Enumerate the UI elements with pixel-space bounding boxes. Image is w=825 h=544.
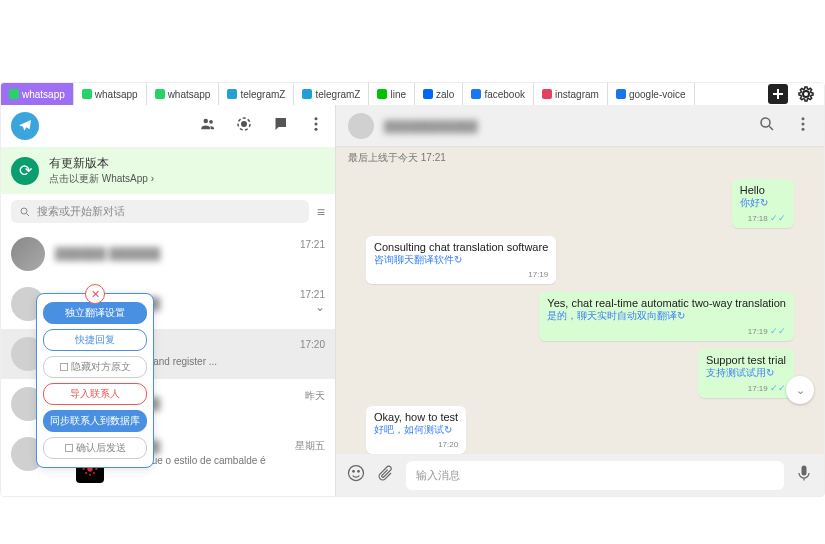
update-banner[interactable]: ⟳ 有更新版本 点击以更新 WhatsApp › (1, 147, 335, 194)
svg-point-16 (358, 471, 360, 473)
message-out[interactable]: Hello你好↻17:18 ✓✓ (732, 179, 794, 228)
message-time: 17:18 ✓✓ (748, 213, 786, 223)
chat-time: 昨天 (305, 389, 325, 403)
tab-telegramZ[interactable]: telegramZ (294, 83, 369, 105)
message-out[interactable]: Yes, chat real-time automatic two-way tr… (539, 292, 794, 341)
new-chat-icon[interactable] (271, 115, 289, 137)
settings-gear-icon[interactable] (796, 84, 816, 104)
chat-name: ██████ ██████ (55, 247, 290, 261)
svg-point-1 (204, 119, 209, 124)
update-sub: 点击以更新 WhatsApp (49, 173, 148, 184)
message-time: 17:19 (528, 270, 548, 279)
filter-icon[interactable]: ≡ (317, 204, 325, 220)
mic-icon[interactable] (794, 463, 814, 487)
svg-point-13 (802, 127, 805, 130)
emoji-icon[interactable] (346, 463, 366, 487)
svg-point-14 (349, 466, 364, 481)
sidebar: ⟳ 有更新版本 点击以更新 WhatsApp › 搜索或开始新对话 ≡ ████… (1, 105, 336, 496)
read-tick-icon: ✓✓ (770, 326, 786, 336)
popup-hide-source[interactable]: 隐藏对方原文 (43, 356, 147, 378)
message-text: Support test trial (706, 354, 786, 366)
svg-point-10 (761, 118, 770, 127)
google-voice-icon (616, 89, 626, 99)
chat-time: 17:21 (300, 239, 325, 250)
read-tick-icon: ✓✓ (770, 383, 786, 393)
search-input[interactable]: 搜索或开始新对话 (11, 200, 309, 223)
svg-point-15 (353, 471, 355, 473)
tab-google-voice[interactable]: google-voice (608, 83, 695, 105)
svg-point-6 (315, 123, 318, 126)
popup-import-contacts[interactable]: 导入联系人 (43, 383, 147, 405)
chat-time: 17:21⌄ (300, 289, 325, 314)
tab-instagram[interactable]: instagram (534, 83, 608, 105)
popup-translate-settings[interactable]: 独立翻译设置 (43, 302, 147, 324)
message-list: Hello你好↻17:18 ✓✓Consulting chat translat… (336, 169, 824, 454)
message-input[interactable]: 输入消息 (406, 461, 784, 490)
conversation-panel: ████████████ 最后上线于今天 17:21 Hello你好↻17:18… (336, 105, 824, 496)
message-in[interactable]: Consulting chat translation software咨询聊天… (366, 236, 556, 284)
svg-point-8 (21, 208, 27, 214)
message-time: 17:19 ✓✓ (748, 383, 786, 393)
message-in[interactable]: Okay, how to test好吧，如何测试↻17:20 (366, 406, 466, 454)
chat-time: 星期五 (295, 439, 325, 453)
context-popup: ✕ 独立翻译设置 快捷回复 隐藏对方原文 导入联系人 同步联系人到数据库 确认后… (36, 293, 154, 468)
conversation-header: ████████████ (336, 105, 824, 147)
whatsapp-icon (9, 89, 19, 99)
svg-point-12 (802, 122, 805, 125)
menu-icon[interactable] (794, 115, 812, 137)
chat-row[interactable]: ██████ ██████17:21 (1, 229, 335, 279)
message-text: Consulting chat translation software (374, 241, 548, 253)
menu-icon[interactable] (307, 115, 325, 137)
message-time: 17:19 ✓✓ (748, 326, 786, 336)
telegramZ-icon (227, 89, 237, 99)
avatar (11, 237, 45, 271)
message-translation: 你好↻ (740, 196, 786, 210)
message-translation: 咨询聊天翻译软件↻ (374, 253, 548, 267)
popup-quick-reply[interactable]: 快捷回复 (43, 329, 147, 351)
popup-sync-db[interactable]: 同步联系人到数据库 (43, 410, 147, 432)
refresh-icon: ⟳ (11, 157, 39, 185)
scroll-down-button[interactable]: ⌄ (786, 376, 814, 404)
groups-icon[interactable] (199, 115, 217, 137)
tab-bar: whatsappwhatsappwhatsapptelegramZtelegra… (1, 83, 824, 105)
zalo-icon (423, 89, 433, 99)
update-title: 有更新版本 (49, 155, 154, 172)
tab-facebook[interactable]: facebook (463, 83, 534, 105)
svg-point-7 (315, 128, 318, 131)
message-text: Hello (740, 184, 786, 196)
chat-time: 17:20 (300, 339, 325, 350)
contact-name-blurred: ████████████ (384, 120, 478, 132)
facebook-icon (471, 89, 481, 99)
search-icon[interactable] (758, 115, 776, 137)
message-translation: 是的，聊天实时自动双向翻译↻ (547, 309, 786, 323)
svg-rect-17 (802, 466, 807, 476)
avatar[interactable] (348, 113, 374, 139)
last-seen: 最后上线于今天 17:21 (336, 147, 824, 169)
tab-whatsapp[interactable]: whatsapp (1, 83, 74, 105)
read-tick-icon: ✓✓ (770, 213, 786, 223)
search-icon (19, 206, 31, 218)
tab-whatsapp[interactable]: whatsapp (147, 83, 220, 105)
tab-telegramZ[interactable]: telegramZ (219, 83, 294, 105)
attach-icon[interactable] (376, 463, 396, 487)
tab-line[interactable]: line (369, 83, 415, 105)
message-text: Yes, chat real-time automatic two-way tr… (547, 297, 786, 309)
whatsapp-icon (82, 89, 92, 99)
message-translation: 好吧，如何测试↻ (374, 423, 458, 437)
popup-confirm-send[interactable]: 确认后发送 (43, 437, 147, 459)
message-time: 17:20 (438, 440, 458, 449)
tab-zalo[interactable]: zalo (415, 83, 463, 105)
svg-point-2 (209, 120, 213, 124)
svg-point-4 (242, 122, 247, 127)
message-text: Okay, how to test (374, 411, 458, 423)
message-out[interactable]: Support test trial支持测试试用↻17:19 ✓✓ (698, 349, 794, 398)
close-icon[interactable]: ✕ (85, 284, 105, 304)
instagram-icon (542, 89, 552, 99)
add-tab-button[interactable] (768, 84, 788, 104)
svg-point-11 (802, 117, 805, 120)
composer: 输入消息 (336, 454, 824, 496)
status-icon[interactable] (235, 115, 253, 137)
message-translation: 支持测试试用↻ (706, 366, 786, 380)
svg-point-5 (315, 117, 318, 120)
tab-whatsapp[interactable]: whatsapp (74, 83, 147, 105)
